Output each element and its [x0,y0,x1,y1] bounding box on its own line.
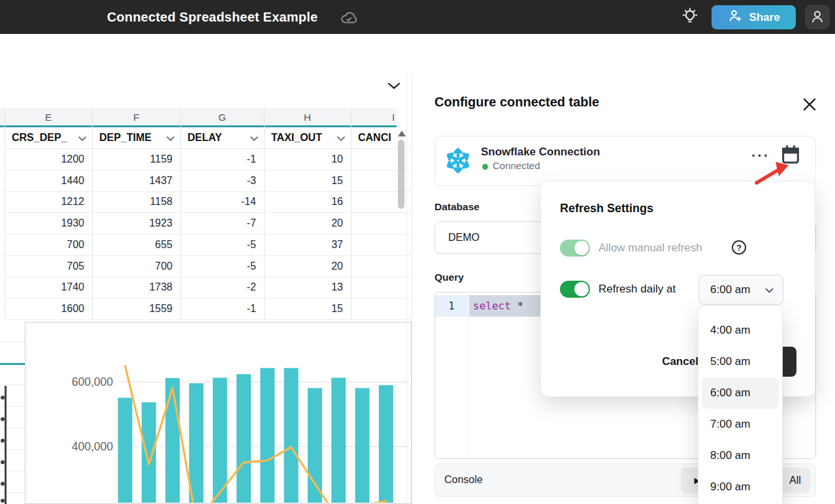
refresh-time-select[interactable]: 6:00 am [698,275,783,305]
cell[interactable]: 1437 [93,170,180,192]
vertical-scrollbar-thumb[interactable] [398,140,404,209]
connection-name: Snowflake Connection [481,146,600,159]
cell[interactable]: 1200 [5,149,92,170]
cell[interactable]: 13 [265,277,351,299]
spreadsheet-area: EFGHICRS_DEP_DEP_TIMEDELAYTAXI_OUTCANCI1… [0,72,412,504]
column-menu-chevron-icon[interactable] [167,132,174,144]
format-toolbar: Automatic Data </> Code $%,.0←.00→··· [0,34,835,73]
column-header-CRS_DEP_[interactable]: CRS_DEP_ [5,127,92,149]
row-marker-dot [1,417,5,421]
connection-card[interactable]: Snowflake Connection Connected ··· [434,136,816,186]
grid-line [0,341,25,342]
calendar-icon [780,144,801,168]
cell[interactable]: -5 [181,234,264,256]
panel-title: Configure connected table [434,95,599,110]
cell[interactable]: 1559 [93,298,180,320]
connection-more-button[interactable]: ··· [747,146,774,166]
column-letter-H[interactable]: H [264,108,351,125]
snowflake-icon [443,146,473,178]
column-letter-F[interactable]: F [92,108,180,125]
column-menu-chevron-icon[interactable] [78,132,86,144]
cell[interactable]: -14 [181,192,264,213]
cell[interactable]: -5 [181,256,264,277]
cell[interactable] [352,277,412,299]
toggle-knob [574,241,589,255]
column-letter-E[interactable]: E [5,108,92,125]
cell[interactable]: 20 [265,213,351,234]
schedule-refresh-button[interactable] [778,142,804,169]
cell[interactable]: 1930 [5,213,92,234]
account-avatar-button[interactable] [805,5,830,29]
cell[interactable] [352,234,412,256]
person-plus-icon [727,8,743,27]
bar [284,368,299,503]
cell[interactable] [352,298,412,320]
database-label: Database [434,201,480,213]
cell[interactable] [352,213,412,234]
share-button[interactable]: Share [712,5,796,29]
column-letter-G[interactable]: G [180,108,264,125]
row-marker-dot [1,460,5,464]
time-option[interactable]: 4:00 am [702,315,779,346]
help-icon[interactable]: ? [732,240,746,255]
cell[interactable]: 700 [93,256,180,277]
bar [165,378,180,503]
embedded-chart[interactable]: 600,000400,000 [25,322,412,504]
manual-refresh-toggle[interactable] [560,240,590,257]
cell[interactable]: 1159 [93,149,180,170]
column-header-label: CANCI [358,132,391,144]
trend-line [125,366,386,503]
cell[interactable]: 1923 [93,213,180,234]
close-panel-button[interactable] [802,97,817,113]
time-option[interactable]: 7:00 am [702,409,779,440]
insights-lightbulb-button[interactable] [679,7,700,27]
row-marker-dot [1,499,5,503]
daily-refresh-label: Refresh daily at [598,283,676,296]
cell[interactable]: 10 [265,149,351,170]
cell[interactable] [352,256,412,277]
collapse-toolbar-button[interactable] [385,80,402,93]
cell[interactable]: 655 [93,234,180,256]
app-window: Connected Spreadsheet Example [0,0,835,504]
status-dot [482,164,488,170]
cell[interactable]: -1 [181,298,264,320]
time-option[interactable]: 8:00 am [702,440,779,471]
selected-table-border [5,386,7,504]
column-menu-chevron-icon[interactable] [250,132,258,144]
cell[interactable]: -2 [181,277,264,299]
cell[interactable]: 1158 [93,192,180,213]
column-header-DEP_TIME[interactable]: DEP_TIME [93,127,180,149]
cell[interactable]: 1212 [5,192,92,213]
cell[interactable]: 20 [265,256,351,277]
time-option[interactable]: 5:00 am [702,346,779,377]
cell[interactable]: -3 [181,170,264,192]
cell[interactable]: 1440 [5,170,92,192]
cell[interactable]: 15 [265,170,351,192]
cell[interactable]: 700 [5,234,92,256]
manual-refresh-label: Allow manual refresh [598,242,702,255]
column-letter-I[interactable]: I [351,108,412,125]
time-option[interactable]: 9:00 am [702,471,779,503]
cell[interactable]: 15 [265,298,351,320]
daily-refresh-toggle[interactable] [560,281,590,298]
column-menu-chevron-icon[interactable] [337,132,345,144]
grid-line [0,428,25,428]
cloud-check-icon [339,9,359,27]
close-icon [803,98,816,113]
cell[interactable]: 37 [265,234,351,256]
column-header-TAXI_OUT[interactable]: TAXI_OUT [265,127,351,149]
grid-line [0,449,25,450]
cell[interactable]: -1 [181,149,264,170]
cell[interactable]: 1738 [93,277,180,299]
console-all-button[interactable]: All [780,467,810,493]
time-option[interactable]: 6:00 am [702,377,779,409]
column-header-DELAY[interactable]: DELAY [181,127,264,149]
y-axis-tick-label: 400,000 [72,440,114,453]
cell[interactable]: 1600 [5,298,92,320]
cell[interactable]: -7 [181,213,264,234]
cell[interactable]: 705 [5,256,92,277]
cell[interactable]: 16 [265,192,351,213]
cell[interactable]: 1740 [5,277,92,299]
scrollbar-up-arrow[interactable] [398,131,406,136]
toggle-knob [574,282,589,296]
